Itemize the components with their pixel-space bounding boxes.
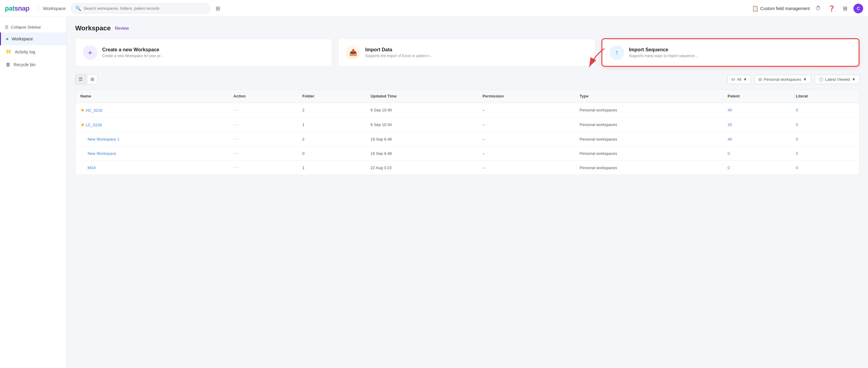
cell-type-0: Personal workspaces xyxy=(575,103,723,117)
action-menu-2[interactable]: ··· xyxy=(234,136,239,141)
cell-action-4: ··· xyxy=(229,161,298,175)
search-bar: 🔍 xyxy=(71,3,210,13)
page-title: Workspace xyxy=(75,24,111,32)
clock-icon: 🕐 xyxy=(818,77,824,82)
personal-workspaces-filter-button[interactable]: ⊟ Personal workspaces ▼ xyxy=(754,75,811,84)
action-menu-0[interactable]: ··· xyxy=(234,108,239,113)
filter-icon-button[interactable]: ⊞ xyxy=(213,3,223,14)
cell-action-2: ··· xyxy=(229,132,298,146)
search-input[interactable] xyxy=(84,6,206,11)
workspace-link-1[interactable]: LC_5228 xyxy=(86,123,102,127)
collapse-label: Collapse Sidebar xyxy=(11,25,41,29)
th-name: Name xyxy=(75,90,229,103)
workspace-link-0[interactable]: HC_5216 xyxy=(86,108,102,113)
review-link[interactable]: Review xyxy=(115,26,129,31)
cell-folder-3: 0 xyxy=(298,146,366,161)
filter-row: 🏷 All ▼ ⊟ Personal workspaces ▼ 🕐 Latest… xyxy=(727,75,860,84)
cell-patent-2: 40 xyxy=(723,132,791,146)
cell-patent-1: 20 xyxy=(723,117,791,132)
collapse-icon: ☰ xyxy=(5,25,8,29)
sidebar-item-workspace[interactable]: ● Workspace xyxy=(0,32,66,45)
grid-view-button[interactable]: ⊞ xyxy=(87,74,98,84)
sidebar-item-label-recycle: Recycle bin xyxy=(14,62,35,67)
create-workspace-info: Create a new Workspace Create a new Work… xyxy=(102,47,163,58)
th-updated-time: Updated Time xyxy=(366,90,478,103)
star-icon[interactable]: ★ xyxy=(81,108,85,113)
th-folder: Folder xyxy=(298,90,366,103)
cell-action-1: ··· xyxy=(229,117,298,132)
action-menu-3[interactable]: ··· xyxy=(234,150,239,156)
import-data-desc: Supports the import of Excel or patent n… xyxy=(365,54,432,58)
table-container: Name Action Folder Updated Time Permissi… xyxy=(75,89,860,175)
main-content: Workspace Review + Create a new Workspac… xyxy=(67,17,868,368)
table-row: New Workspace 1 ··· 2 19 Sep 6:48 – Pers… xyxy=(75,132,859,146)
create-workspace-card[interactable]: + Create a new Workspace Create a new Wo… xyxy=(75,38,332,67)
import-data-card[interactable]: 📤 Import Data Supports the import of Exc… xyxy=(338,38,595,67)
import-sequence-title: Import Sequence xyxy=(629,47,698,53)
import-sequence-icon: ↑ xyxy=(610,45,624,60)
cell-permission-2: – xyxy=(478,132,575,146)
custom-field-label: Custom field management xyxy=(760,6,810,11)
list-view-button[interactable]: ☰ xyxy=(75,74,86,84)
create-workspace-icon: + xyxy=(83,45,97,60)
latest-chevron-icon: ▼ xyxy=(851,77,856,82)
action-menu-1[interactable]: ··· xyxy=(234,122,239,127)
cell-name-3: New Workspace xyxy=(75,146,229,161)
cell-updated-3: 19 Sep 6:48 xyxy=(366,146,478,161)
cell-permission-0: – xyxy=(478,103,575,117)
cell-lit-1: 0 xyxy=(791,117,859,132)
cell-name-1: ★ LC_5228 xyxy=(75,117,229,132)
filter-icon: ⊟ xyxy=(758,77,762,82)
workspace-icon: ● xyxy=(6,36,9,41)
table-row: New Workspace ··· 0 19 Sep 6:48 – Person… xyxy=(75,146,859,161)
all-filter-button[interactable]: 🏷 All ▼ xyxy=(727,75,751,84)
cell-lit-4: 0 xyxy=(791,161,859,175)
topbar-right: 📋 Custom field management ⏱ ❓ ⊞ C xyxy=(752,4,863,13)
custom-field-button[interactable]: 📋 Custom field management xyxy=(752,5,810,12)
action-menu-4[interactable]: ··· xyxy=(234,165,239,170)
latest-viewed-filter-button[interactable]: 🕐 Latest Viewed ▼ xyxy=(815,75,860,84)
table-body: ★ HC_5216 ··· 2 6 Sep 10:40 – Personal w… xyxy=(75,103,859,175)
layout: ☰ Collapse Sidebar ● Workspace 📁 Activit… xyxy=(0,17,868,368)
logo-pat: patsnap xyxy=(5,5,29,12)
cell-folder-0: 2 xyxy=(298,103,366,117)
collapse-sidebar-button[interactable]: ☰ Collapse Sidebar xyxy=(0,22,66,32)
latest-viewed-label: Latest Viewed xyxy=(825,77,850,82)
import-sequence-desc: Supports many ways to import sequence... xyxy=(629,54,698,58)
cell-updated-1: 6 Sep 10:34 xyxy=(366,117,478,132)
workspace-link-4[interactable]: MSA xyxy=(88,166,96,170)
apps-icon-button[interactable]: ⊞ xyxy=(840,4,850,13)
cell-type-3: Personal workspaces xyxy=(575,146,723,161)
cell-action-3: ··· xyxy=(229,146,298,161)
sidebar-item-activity-log[interactable]: 📁 Activity log xyxy=(0,45,66,58)
import-sequence-card[interactable]: ↑ Import Sequence Supports many ways to … xyxy=(601,38,860,67)
cell-name-2: New Workspace 1 xyxy=(75,132,229,146)
cell-lit-2: 0 xyxy=(791,132,859,146)
cell-folder-2: 2 xyxy=(298,132,366,146)
th-permission: Permission xyxy=(478,90,575,103)
cell-folder-1: 1 xyxy=(298,117,366,132)
table-row: ★ HC_5216 ··· 2 6 Sep 10:40 – Personal w… xyxy=(75,103,859,117)
workspace-link-2[interactable]: New Workspace 1 xyxy=(88,137,120,141)
timer-icon-button[interactable]: ⏱ xyxy=(813,4,823,13)
cards-section: + Create a new Workspace Create a new Wo… xyxy=(75,38,860,67)
sidebar-item-recycle-bin[interactable]: 🗑 Recycle bin xyxy=(0,58,66,71)
star-icon[interactable]: ★ xyxy=(81,122,85,127)
cell-updated-4: 22 Aug 3:23 xyxy=(366,161,478,175)
workspace-link-3[interactable]: New Workspace xyxy=(88,151,116,156)
table-header: Name Action Folder Updated Time Permissi… xyxy=(75,90,859,103)
workspaces-table: Name Action Folder Updated Time Permissi… xyxy=(75,90,859,175)
cell-patent-4: 0 xyxy=(723,161,791,175)
cell-updated-2: 19 Sep 6:48 xyxy=(366,132,478,146)
avatar[interactable]: C xyxy=(854,4,863,13)
help-icon-button[interactable]: ❓ xyxy=(827,4,836,13)
cell-updated-0: 6 Sep 10:40 xyxy=(366,103,478,117)
table-row: ★ LC_5228 ··· 1 6 Sep 10:34 – Personal w… xyxy=(75,117,859,132)
cards-row: + Create a new Workspace Create a new Wo… xyxy=(75,38,860,67)
search-icon: 🔍 xyxy=(75,5,81,11)
import-data-info: Import Data Supports the import of Excel… xyxy=(365,47,432,58)
cell-type-4: Personal workspaces xyxy=(575,161,723,175)
topbar: patsnap Workspace 🔍 ⊞ 📋 Custom field man… xyxy=(0,0,868,17)
page-header: Workspace Review xyxy=(75,24,860,32)
all-chevron-icon: ▼ xyxy=(743,77,747,82)
